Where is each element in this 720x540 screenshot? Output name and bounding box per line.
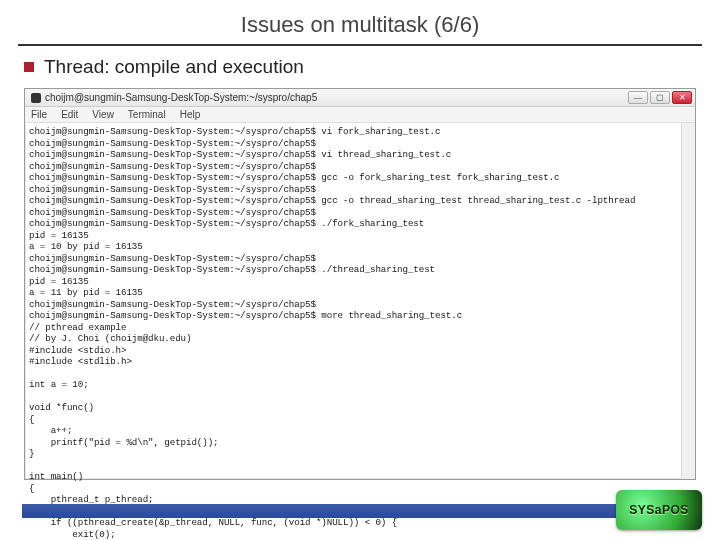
maximize-button[interactable]: ▢: [650, 91, 670, 104]
close-button[interactable]: ✕: [672, 91, 692, 104]
window-titlebar: choijm@sungmin-Samsung-DeskTop-System:~/…: [25, 89, 695, 107]
terminal-output[interactable]: choijm@sungmin-Samsung-DeskTop-System:~/…: [25, 123, 695, 540]
brand-logo-text: SYSaPOS: [629, 503, 689, 517]
window-title: choijm@sungmin-Samsung-DeskTop-System:~/…: [45, 92, 317, 103]
menu-terminal[interactable]: Terminal: [128, 109, 166, 120]
title-underline: [18, 44, 702, 46]
menu-view[interactable]: View: [92, 109, 114, 120]
app-icon: [31, 93, 41, 103]
menu-help[interactable]: Help: [180, 109, 201, 120]
bullet-text: Thread: compile and execution: [44, 56, 304, 78]
menu-edit[interactable]: Edit: [61, 109, 78, 120]
bullet-square-icon: [24, 62, 34, 72]
terminal-window: choijm@sungmin-Samsung-DeskTop-System:~/…: [24, 88, 696, 480]
footer-bar: [22, 504, 698, 518]
bullet-item: Thread: compile and execution: [24, 56, 702, 78]
menu-file[interactable]: File: [31, 109, 47, 120]
brand-logo: SYSaPOS: [616, 490, 702, 530]
window-controls: — ▢ ✕: [628, 91, 692, 104]
window-menubar: File Edit View Terminal Help: [25, 107, 695, 123]
minimize-button[interactable]: —: [628, 91, 648, 104]
slide-title: Issues on multitask (6/6): [18, 8, 702, 44]
scrollbar[interactable]: [681, 123, 695, 479]
